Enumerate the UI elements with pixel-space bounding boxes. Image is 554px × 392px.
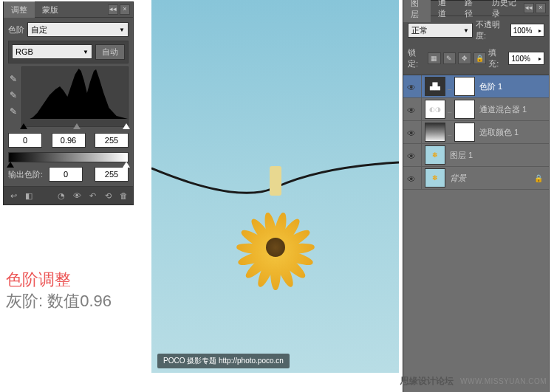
eye-icon[interactable]: 👁 bbox=[407, 106, 417, 113]
layer-list: 👁 ▟▙ ⎯ 色阶 1 👁 ◐◑ ⎯ 通道混合器 1 👁 ⎯ 选取颜色 1 bbox=[403, 75, 549, 392]
trash-icon[interactable]: 🗑 bbox=[117, 190, 130, 202]
return-icon[interactable]: ↩ bbox=[7, 190, 20, 202]
tab-paths[interactable]: 路径 bbox=[457, 0, 485, 21]
tab-layers[interactable]: 图层 bbox=[403, 0, 431, 22]
input-black-field[interactable] bbox=[8, 133, 42, 148]
expand-icon[interactable]: ◧ bbox=[22, 190, 35, 202]
input-gamma-field[interactable] bbox=[52, 133, 86, 148]
eyedropper-gray-icon[interactable]: ✎ bbox=[8, 90, 18, 100]
adjustments-panel-header: 调整 蒙版 ◂◂ × bbox=[4, 2, 133, 18]
link-icon: ⎯ bbox=[445, 106, 453, 113]
adjustments-body: 色阶 自定 ▼ RGB ▼ 自动 ✎ ✎ ✎ bbox=[4, 18, 133, 186]
fill-field[interactable]: 100%▸ bbox=[508, 52, 544, 65]
lock-icon: 🔒 bbox=[534, 174, 543, 182]
layer-thumb-icon[interactable]: ◐◑ bbox=[425, 100, 445, 119]
layer-thumb-icon[interactable]: ✽ bbox=[425, 168, 445, 188]
eyedropper-group: ✎ ✎ ✎ bbox=[8, 66, 18, 127]
output-white-slider[interactable] bbox=[123, 162, 130, 168]
layer-thumb-icon[interactable] bbox=[425, 123, 445, 142]
lock-transparent-icon[interactable]: ▦ bbox=[428, 52, 440, 64]
collapse-icon[interactable]: ◂◂ bbox=[108, 4, 118, 15]
input-white-field[interactable] bbox=[95, 133, 129, 148]
layer-mask-thumb[interactable] bbox=[454, 123, 475, 142]
layer-item-layer1[interactable]: 👁 ✽ 图层 1 bbox=[403, 144, 549, 167]
chevron-down-icon: ▼ bbox=[119, 27, 125, 33]
annotation-text: 色阶调整 灰阶: 数值0.96 bbox=[6, 269, 112, 312]
lock-position-icon[interactable]: ✥ bbox=[458, 52, 471, 64]
eye-icon[interactable]: 👁 bbox=[407, 128, 417, 136]
link-icon: ⎯ bbox=[445, 128, 453, 136]
clip-icon[interactable]: ◔ bbox=[55, 190, 68, 202]
eyedropper-white-icon[interactable]: ✎ bbox=[8, 106, 18, 117]
eye-icon[interactable]: 👁 bbox=[407, 174, 417, 182]
close-icon[interactable]: × bbox=[120, 4, 130, 15]
reset-icon[interactable]: ⟲ bbox=[101, 190, 114, 202]
adjustments-panel: 调整 蒙版 ◂◂ × 色阶 自定 ▼ RGB ▼ 自动 ✎ ✎ ✎ bbox=[3, 1, 134, 205]
layers-panel: 图层 通道 路径 历史记录 ◂◂ × 正常 ▼ 不透明度: 100%▸ 锁定: … bbox=[403, 0, 550, 392]
annotation-line1: 色阶调整 bbox=[6, 269, 112, 291]
layer-name: 通道混合器 1 bbox=[479, 104, 527, 115]
layer-name: 背景 bbox=[450, 173, 466, 184]
tab-masks[interactable]: 蒙版 bbox=[35, 2, 66, 18]
visibility-icon[interactable]: 👁 bbox=[70, 190, 83, 202]
adjustments-footer: ↩ ◧ ◔ 👁 ↶ ⟲ 🗑 bbox=[4, 186, 133, 204]
layer-mask-thumb[interactable] bbox=[454, 77, 475, 96]
collapse-icon[interactable]: ◂◂ bbox=[524, 3, 534, 13]
layer-mask-thumb[interactable] bbox=[454, 100, 475, 119]
blend-mode-dropdown[interactable]: 正常 ▼ bbox=[408, 23, 473, 38]
link-icon: ⎯ bbox=[445, 83, 453, 90]
canvas[interactable]: POCO 摄影专题 http://photo.poco.cn bbox=[151, 0, 399, 373]
lock-pixels-icon[interactable]: ✎ bbox=[443, 52, 456, 64]
channel-value: RGB bbox=[16, 47, 33, 56]
close-icon[interactable]: × bbox=[536, 3, 546, 13]
opacity-label: 不透明度: bbox=[476, 19, 507, 41]
black-point-slider[interactable] bbox=[20, 123, 27, 129]
eye-icon[interactable]: 👁 bbox=[407, 151, 417, 159]
tab-channels[interactable]: 通道 bbox=[431, 0, 458, 21]
tab-adjustments[interactable]: 调整 bbox=[4, 1, 35, 18]
input-sliders bbox=[22, 123, 128, 131]
histogram bbox=[21, 66, 129, 127]
eye-icon[interactable]: 👁 bbox=[407, 83, 417, 90]
opacity-field[interactable]: 100%▸ bbox=[510, 24, 544, 37]
page-footer: 思缘设计论坛 WWW.MISSYUAN.COM bbox=[400, 375, 547, 388]
chevron-down-icon: ▼ bbox=[463, 27, 469, 34]
chevron-down-icon: ▼ bbox=[83, 49, 89, 55]
preset-label: 色阶 bbox=[8, 24, 24, 35]
lock-all-icon[interactable]: 🔒 bbox=[473, 52, 486, 64]
output-gradient bbox=[8, 152, 129, 162]
output-black-field[interactable] bbox=[49, 167, 83, 182]
auto-button[interactable]: 自动 bbox=[95, 44, 125, 60]
white-point-slider[interactable] bbox=[123, 123, 130, 129]
gamma-slider[interactable] bbox=[73, 123, 81, 129]
previous-icon[interactable]: ↶ bbox=[86, 190, 99, 202]
layer-item-channelmixer[interactable]: 👁 ◐◑ ⎯ 通道混合器 1 bbox=[403, 98, 549, 121]
preset-dropdown[interactable]: 自定 ▼ bbox=[27, 22, 129, 37]
histogram-chart bbox=[22, 67, 128, 119]
layers-panel-header: 图层 通道 路径 历史记录 ◂◂ × bbox=[403, 1, 549, 16]
clip-graphic bbox=[270, 166, 281, 196]
layer-item-background[interactable]: 👁 ✽ 背景 🔒 bbox=[403, 167, 549, 190]
flower-graphic bbox=[220, 192, 331, 303]
layer-list-empty bbox=[403, 190, 549, 392]
output-black-slider[interactable] bbox=[7, 162, 14, 168]
output-label: 输出色阶: bbox=[8, 169, 43, 180]
watermark: POCO 摄影专题 http://photo.poco.cn bbox=[157, 354, 290, 368]
channel-dropdown[interactable]: RGB ▼ bbox=[12, 44, 92, 59]
layer-name: 色阶 1 bbox=[479, 81, 502, 92]
layer-name: 图层 1 bbox=[450, 150, 473, 161]
footer-url: WWW.MISSYUAN.COM bbox=[460, 377, 547, 385]
layer-thumb-icon[interactable]: ▟▙ bbox=[425, 77, 445, 96]
tab-history[interactable]: 历史记录 bbox=[485, 0, 524, 21]
eyedropper-black-icon[interactable]: ✎ bbox=[8, 74, 18, 84]
layer-item-levels[interactable]: 👁 ▟▙ ⎯ 色阶 1 bbox=[403, 75, 549, 98]
layer-name: 选取颜色 1 bbox=[479, 127, 519, 138]
footer-site-name: 思缘设计论坛 bbox=[400, 376, 454, 386]
output-white-field[interactable] bbox=[95, 167, 129, 182]
layer-item-selectivecolor[interactable]: 👁 ⎯ 选取颜色 1 bbox=[403, 121, 549, 144]
layer-thumb-icon[interactable]: ✽ bbox=[425, 145, 445, 165]
blend-mode-value: 正常 bbox=[411, 25, 428, 36]
annotation-line2: 灰阶: 数值0.96 bbox=[6, 291, 112, 312]
preset-value: 自定 bbox=[31, 24, 47, 35]
fill-label: 填充: bbox=[488, 47, 506, 69]
